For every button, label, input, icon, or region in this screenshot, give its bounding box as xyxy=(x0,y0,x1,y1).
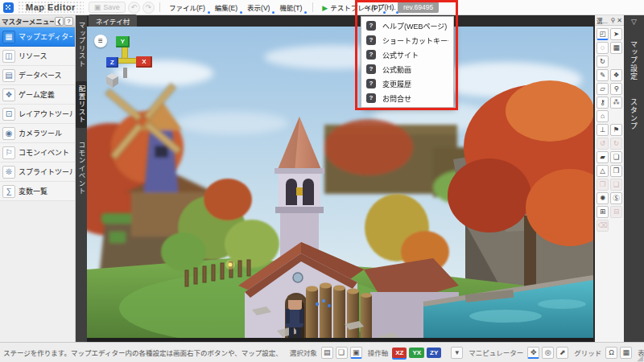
help-item-changelog[interactable]: ? 変更履歴 xyxy=(361,76,453,91)
sidebar-item-game-definition[interactable]: ❖ ゲーム定義 xyxy=(0,85,75,105)
select-objects-button[interactable]: ❏ xyxy=(336,347,348,359)
tool-copy[interactable]: ⊞ xyxy=(597,206,609,218)
right-panel-header: 選... ⚲ ✕ xyxy=(595,15,624,26)
sidebar-item-camera-tool[interactable]: ◉ カメラツール xyxy=(0,124,75,143)
menu-view[interactable]: 表示(V) xyxy=(243,1,274,14)
axis-yx-button[interactable]: YX xyxy=(409,348,424,358)
tab-stamp[interactable]: スタンプ xyxy=(628,94,640,134)
right-tool-panel: 選... ⚲ ✕ ◰ ➤ ◌ ▦ ↻ ✎ ❖ ▱ ⚲ ⚷ ⁂ ⌂ ⊥ ⚑ ↺ ↻… xyxy=(593,15,624,342)
main-area: マスターメニュー ❮ ? ▦ マップエディター ◫ リソース ▤ データベース … xyxy=(0,15,644,342)
redo-button[interactable]: ↷ xyxy=(142,2,155,14)
tool-orbit-view[interactable]: ↻ xyxy=(597,56,609,68)
tool-trash[interactable]: ⌫ xyxy=(597,220,609,232)
select-tiles-button[interactable]: ▤ xyxy=(321,347,333,359)
right-tab-strip: ▽ マップ設定 スタンプ xyxy=(624,15,644,342)
tool-clone-b[interactable]: ❑ xyxy=(610,179,622,191)
selection-target-label: 選択対象 xyxy=(290,348,317,357)
question-bubble-icon: ? xyxy=(366,93,376,103)
move-gizmo-button[interactable]: ✥ xyxy=(527,347,539,359)
scene-3d-view[interactable]: ≡ Y Z X xyxy=(87,27,593,338)
tool-archive[interactable]: ⊟ xyxy=(610,206,622,218)
resize-grip[interactable]: ◢ xyxy=(637,353,643,362)
tab-map-list[interactable]: マップリスト xyxy=(76,18,87,72)
menu-function[interactable]: 機能(T) xyxy=(275,1,306,14)
close-icon[interactable]: ✕ xyxy=(617,17,622,24)
help-item-official-site[interactable]: ? 公式サイト xyxy=(361,47,453,62)
tool-eraser[interactable]: ▱ xyxy=(597,83,609,95)
tool-slope[interactable]: ▰ xyxy=(597,151,609,163)
help-item-official-video[interactable]: ? 公式動画 xyxy=(361,62,453,76)
right-panel-title: 選... xyxy=(597,16,609,25)
axis-zy-button[interactable]: ZY xyxy=(427,348,441,358)
master-menu-panel: マスターメニュー ❮ ? ▦ マップエディター ◫ リソース ▤ データベース … xyxy=(0,15,76,342)
tab-placement-list[interactable]: 配置リスト xyxy=(76,81,87,128)
menu-edit[interactable]: 編集(E) xyxy=(211,1,242,14)
axis-xz-button[interactable]: XZ xyxy=(392,348,407,358)
save-icon: ▣ xyxy=(94,3,101,11)
menu-file[interactable]: ファイル(F) xyxy=(165,1,209,14)
tab-map-settings[interactable]: マップ設定 xyxy=(628,36,640,84)
database-icon: ▤ xyxy=(2,69,15,82)
select-all-button[interactable]: ▣ xyxy=(350,347,362,359)
tool-house[interactable]: ⌂ xyxy=(597,110,609,122)
master-menu-header: マスターメニュー ❮ ? xyxy=(0,15,75,27)
tool-pick-object[interactable]: ➤ xyxy=(610,28,622,40)
sidebar-item-layout-tool[interactable]: ⊡ レイアウトツール xyxy=(0,105,75,124)
tool-rect-select[interactable]: ◰ xyxy=(597,28,609,40)
game-definition-icon: ❖ xyxy=(2,88,15,101)
help-button[interactable]: ? xyxy=(64,17,73,26)
statusbar: ステージを作ります。マップエディター内の各種設定は画面右下のボタンや、マップ設定… xyxy=(0,342,644,362)
tool-rotate-h[interactable]: ↺ xyxy=(597,138,609,150)
tool-s-coin[interactable]: Ⓢ xyxy=(610,192,622,204)
pin-icon[interactable]: ⚲ xyxy=(610,17,615,24)
tool-box-stack[interactable]: ❏ xyxy=(610,151,622,163)
help-item-shortcut-list[interactable]: ? ショートカットキー一覧 xyxy=(361,33,453,47)
tool-lamp[interactable]: ✺ xyxy=(597,192,609,204)
rotate-gizmo-button[interactable]: ◎ xyxy=(542,347,554,359)
tab-common-event[interactable]: コモンイベント xyxy=(76,138,87,200)
collapse-button[interactable]: ❮ xyxy=(55,17,64,26)
tool-paint[interactable]: ❖ xyxy=(610,69,622,81)
grid-label: グリッド xyxy=(574,348,601,357)
gizmo-x-axis[interactable]: X xyxy=(136,56,152,68)
tool-key[interactable]: ⚷ xyxy=(597,97,609,109)
tool-pencil[interactable]: ✎ xyxy=(597,69,609,81)
axis-gizmo[interactable]: Y Z X xyxy=(106,35,164,81)
question-bubble-icon: ? xyxy=(366,64,376,74)
tool-scatter[interactable]: ⁂ xyxy=(610,97,622,109)
scale-gizmo-button[interactable]: ⬈ xyxy=(556,347,568,359)
save-button[interactable]: ▣ Save xyxy=(89,2,126,13)
help-item-web-help[interactable]: ? ヘルプ(WEBページ) xyxy=(361,19,453,33)
undo-button[interactable]: ↶ xyxy=(128,2,140,14)
menu-help[interactable]: ヘルプ(H) xyxy=(359,1,398,14)
tool-pin[interactable]: ⚲ xyxy=(610,83,622,95)
sidebar-item-resources[interactable]: ◫ リソース xyxy=(0,47,75,66)
help-item-contact[interactable]: ? お問合せ xyxy=(361,91,453,105)
tool-triangle[interactable]: △ xyxy=(597,165,609,177)
sidebar-item-sprite-tool[interactable]: ❊ スプライトツール xyxy=(0,162,75,182)
gizmo-y-axis[interactable]: Y xyxy=(116,36,130,47)
sidebar-item-common-event[interactable]: ⚐ コモンイベント xyxy=(0,143,75,162)
map-editor-icon: ▦ xyxy=(2,31,15,43)
tool-grid-select[interactable]: ▦ xyxy=(610,42,622,54)
sidebar-item-variable-list[interactable]: ∑ 変数一覧 xyxy=(0,182,75,201)
manipulator-drop-button[interactable]: ▾ xyxy=(451,347,463,359)
tool-lasso-select[interactable]: ◌ xyxy=(597,42,609,54)
tool-clone-a[interactable]: ❐ xyxy=(597,179,609,191)
gizmo-z-axis[interactable]: Z xyxy=(106,57,118,68)
sidebar-item-database[interactable]: ▤ データベース xyxy=(0,66,75,85)
tool-signpost[interactable]: ⚑ xyxy=(610,124,622,136)
app-title: Map Editor xyxy=(18,1,84,14)
snap-magnet-button[interactable]: Ω xyxy=(605,347,617,359)
question-bubble-icon: ? xyxy=(366,21,376,31)
grid-toggle-button[interactable]: ▦ xyxy=(620,347,632,359)
viewport-menu-button[interactable]: ≡ xyxy=(94,35,107,47)
tool-rotate-v[interactable]: ↻ xyxy=(610,138,622,150)
filter-icon[interactable]: ▽ xyxy=(631,17,637,27)
sidebar-item-map-editor[interactable]: ▦ マップエディター xyxy=(0,27,75,47)
tool-stamp[interactable]: ⊥ xyxy=(597,124,609,136)
tool-box[interactable]: ❒ xyxy=(610,165,622,177)
revision-badge: rev.69495 xyxy=(398,2,439,13)
gizmo-shaft xyxy=(123,68,127,78)
viewport-map-tab[interactable]: ネイテイ村 xyxy=(89,14,137,27)
